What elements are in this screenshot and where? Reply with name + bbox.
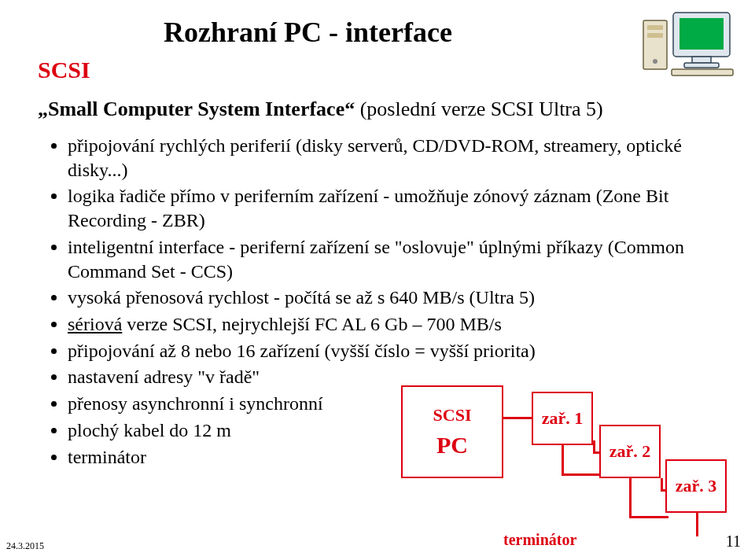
diagram-terminator-label: terminátor (503, 531, 576, 549)
computer-illustration-icon (640, 6, 735, 77)
list-item: připojování až 8 nebo 16 zařízení (vyšší… (68, 339, 717, 363)
svg-rect-1 (647, 25, 663, 30)
section-heading-scsi: SCSI (38, 57, 717, 83)
wire (593, 440, 595, 451)
footer-date: 24.3.2015 (6, 540, 44, 552)
definition-line: „Small Computer System Interface“ (posle… (38, 98, 717, 121)
wire (696, 513, 698, 536)
wire (629, 478, 632, 516)
title-row: Rozhraní PC - interface (38, 11, 717, 49)
svg-point-3 (653, 59, 657, 64)
diagram-scsi-label: SCSI (433, 405, 472, 426)
wire (562, 473, 601, 476)
list-item: vysoká přenosová rychlost - počítá se až… (68, 286, 717, 310)
svg-rect-9 (672, 69, 733, 76)
diagram-pc-label: PC (436, 432, 468, 459)
wire (562, 445, 564, 473)
definition-bold: „Small Computer System Interface“ (38, 98, 360, 120)
diagram-device-3: zař. 3 (665, 459, 727, 513)
list-item: připojování rychlých periferií (disky se… (68, 134, 717, 182)
definition-rest: (poslední verze SCSI Ultra 5) (360, 98, 603, 120)
wire (503, 417, 532, 419)
diagram-pc-box: SCSI PC (401, 385, 503, 478)
diagram-device-2: zař. 2 (599, 425, 661, 478)
svg-rect-2 (647, 33, 663, 38)
list-item-text: verze SCSI, nejrychlejší FC AL 6 Gb – 70… (122, 314, 501, 334)
list-item: logika řadiče přímo v periferním zařízen… (68, 184, 717, 232)
wire (593, 451, 599, 454)
list-item: inteligentní interface - periferní zaříz… (68, 235, 717, 283)
diagram-device-1: zař. 1 (532, 392, 593, 445)
page-title: Rozhraní PC - interface (164, 16, 452, 49)
wire (629, 516, 668, 518)
svg-rect-8 (684, 63, 719, 68)
serial-underline: sériová (68, 314, 122, 334)
svg-rect-7 (692, 57, 711, 63)
svg-rect-5 (680, 18, 724, 50)
scsi-chain-diagram: SCSI PC zař. 1 zař. 2 zař. 3 (401, 385, 739, 551)
footer-page-number: 11 (726, 532, 741, 551)
slide: Rozhraní PC - interface SCSI „Small Comp… (0, 0, 755, 560)
wire (661, 478, 663, 489)
list-item: sériová verze SCSI, nejrychlejší FC AL 6… (68, 312, 717, 337)
